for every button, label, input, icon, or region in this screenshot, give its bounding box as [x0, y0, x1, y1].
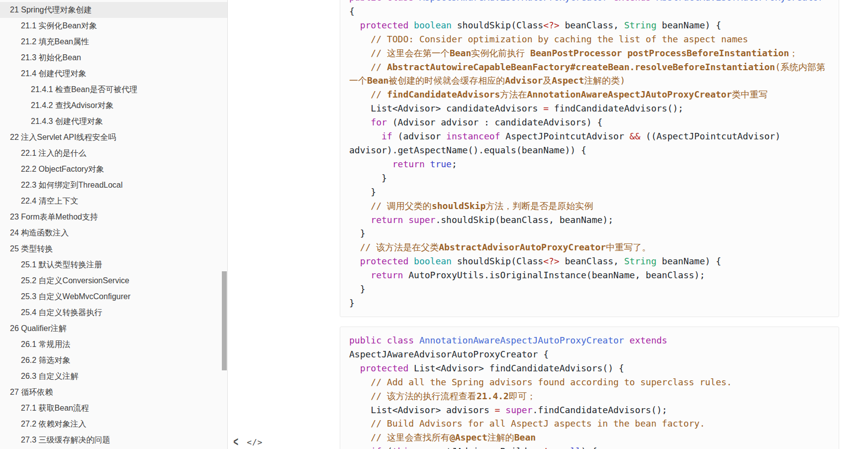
- chevron-left-icon[interactable]: <: [233, 435, 238, 449]
- toc-item[interactable]: 22 注入Servlet API线程安全吗: [0, 129, 227, 145]
- code-block: public class AnnotationAwareAspectJAutoP…: [340, 327, 839, 449]
- toc-item[interactable]: 26.2 筛选对象: [0, 352, 227, 368]
- toc-item[interactable]: 21 Spring代理对象创建: [0, 2, 227, 18]
- toc-item[interactable]: 22.3 如何绑定到ThreadLocal: [0, 177, 227, 193]
- footer-toolbar: < </>: [233, 436, 263, 448]
- toc-item[interactable]: 21.3 初始化Bean: [0, 50, 227, 66]
- toc-item[interactable]: 26.1 常规用法: [0, 337, 227, 352]
- toc-item[interactable]: 27.3 三级缓存解决的问题: [0, 432, 227, 448]
- toc-item[interactable]: 21.2 填充Bean属性: [0, 34, 227, 50]
- toc-item[interactable]: 21.4 创建代理对象: [0, 66, 227, 82]
- toc-item[interactable]: 25.3 自定义WebMvcConfigurer: [0, 289, 227, 305]
- toc-item[interactable]: 21.4.2 查找Advisor对象: [0, 98, 227, 113]
- toc-list: 21 Spring代理对象创建21.1 实例化Bean对象21.2 填充Bean…: [0, 0, 227, 448]
- toc-item[interactable]: 21.4.3 创建代理对象: [0, 113, 227, 129]
- toc-item[interactable]: 22.1 注入的是什么: [0, 145, 227, 161]
- code-block: public class AspectJAwareAdvisorAutoProx…: [340, 0, 839, 317]
- toc-item[interactable]: 25 类型转换: [0, 241, 227, 257]
- code-view-icon[interactable]: </>: [247, 436, 263, 448]
- sidebar: 21 Spring代理对象创建21.1 实例化Bean对象21.2 填充Bean…: [0, 0, 228, 449]
- toc-item[interactable]: 24 构造函数注入: [0, 225, 227, 241]
- code-text: public class AspectJAwareAdvisorAutoProx…: [349, 0, 830, 310]
- toc-item[interactable]: 25.2 自定义ConversionService: [0, 273, 227, 289]
- toc-item[interactable]: 25.1 默认类型转换注册: [0, 257, 227, 273]
- toc-item[interactable]: 27.2 依赖对象注入: [0, 416, 227, 432]
- content-area: public class AspectJAwareAdvisorAutoProx…: [228, 0, 868, 449]
- toc-item[interactable]: 22.2 ObjectFactory对象: [0, 161, 227, 177]
- toc-item[interactable]: 21.4.1 检查Bean是否可被代理: [0, 82, 227, 98]
- toc-item[interactable]: 25.4 自定义转换器执行: [0, 305, 227, 321]
- toc-item[interactable]: 23 Form表单Method支持: [0, 209, 227, 225]
- sidebar-scrollbar-thumb[interactable]: [222, 271, 227, 370]
- toc-item[interactable]: 27 循环依赖: [0, 384, 227, 400]
- toc-item[interactable]: 21.1 实例化Bean对象: [0, 18, 227, 34]
- toc-item[interactable]: 26.3 自定义注解: [0, 368, 227, 384]
- toc-item[interactable]: 27.1 获取Bean流程: [0, 400, 227, 416]
- code-text: public class AnnotationAwareAspectJAutoP…: [349, 334, 830, 449]
- toc-item[interactable]: 22.4 清空上下文: [0, 193, 227, 209]
- toc-item[interactable]: 26 Qualifier注解: [0, 321, 227, 337]
